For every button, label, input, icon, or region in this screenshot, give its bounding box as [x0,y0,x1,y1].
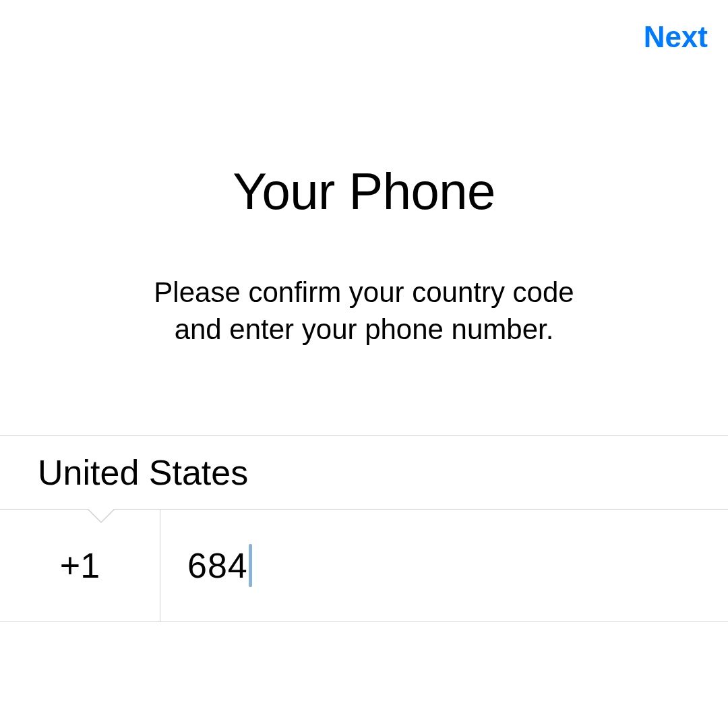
header-area: Your Phone Please confirm your country c… [0,0,728,348]
next-button[interactable]: Next [644,20,708,54]
country-selector[interactable]: United States [0,435,728,509]
country-code-field[interactable]: +1 [0,510,160,621]
nav-bar: Next [644,20,708,54]
phone-form: United States +1 [0,435,728,622]
subtitle-line-1: Please confirm your country code [154,276,574,308]
phone-input-wrap [160,510,728,621]
page-subtitle: Please confirm your country code and ent… [0,274,728,348]
phone-row: +1 [0,509,728,622]
phone-number-input[interactable] [187,545,728,586]
subtitle-line-2: and enter your phone number. [175,313,554,345]
page-title: Your Phone [0,162,728,220]
text-caret [249,544,252,587]
